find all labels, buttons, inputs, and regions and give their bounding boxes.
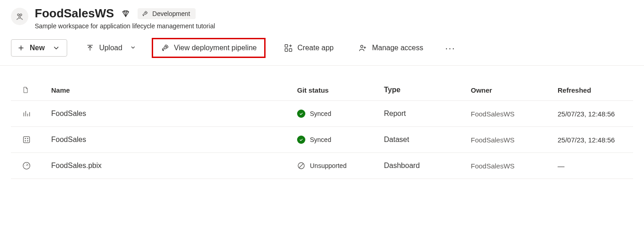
column-git-header[interactable]: Git status [297,86,384,94]
item-type: Report [384,110,471,118]
manage-access-icon [358,43,367,52]
view-deployment-pipeline-button[interactable]: View deployment pipeline [153,39,264,57]
svg-rect-6 [285,49,287,52]
create-app-icon [284,43,293,52]
workspace-header: FoodSalesWS Development Sample workspace… [0,0,644,30]
svg-point-4 [165,46,167,47]
svg-point-10 [25,138,26,139]
content-table: Name Git status Type Owner Refreshed Foo… [0,66,644,179]
chevron-down-icon [52,44,60,52]
upload-dropdown[interactable] [126,40,140,56]
manage-access-label: Manage access [372,44,423,52]
svg-point-2 [19,16,21,18]
workspace-title: FoodSalesWS [35,6,114,21]
svg-point-3 [145,12,146,13]
stage-badge[interactable]: Development [138,8,196,19]
stage-label: Development [152,10,190,17]
rocket-icon [141,10,149,17]
column-name-header[interactable]: Name [51,86,297,94]
column-owner-header[interactable]: Owner [471,86,558,94]
highlight-box: View deployment pipeline [152,38,266,58]
svg-rect-5 [285,45,287,47]
check-circle-icon [297,110,305,118]
svg-rect-9 [23,136,29,142]
upload-label: Upload [99,44,122,52]
more-button[interactable]: ··· [442,41,459,55]
dashboard-icon [22,161,31,170]
item-refreshed: 25/07/23, 12:48:56 [558,110,622,118]
upload-button[interactable]: Upload [79,39,126,57]
workspace-description: Sample workspace for application lifecyc… [35,22,215,30]
row-type-icon [22,161,51,170]
unsupported-icon [297,162,305,170]
column-type-header[interactable]: Type [384,86,471,94]
git-status: Unsupported [297,162,384,170]
item-type: Dashboard [384,162,471,170]
git-status: Synced [297,110,384,118]
upload-icon [85,43,95,52]
new-button[interactable]: New [11,39,67,57]
chevron-down-icon [130,44,136,51]
item-type: Dataset [384,136,471,144]
create-app-label: Create app [298,44,334,52]
premium-icon [121,9,130,18]
item-owner: FoodSalesWS [471,136,558,144]
file-icon [22,86,29,94]
table-row[interactable]: FoodSales.pbixUnsupportedDashboardFoodSa… [11,153,633,179]
svg-rect-7 [289,49,292,52]
rocket-icon [160,43,170,52]
svg-point-8 [361,45,363,47]
item-owner: FoodSalesWS [471,162,558,170]
table-row[interactable]: FoodSalesSyncedReportFoodSalesWS25/07/23… [11,101,633,127]
item-refreshed: 25/07/23, 12:48:56 [558,136,622,144]
item-name[interactable]: FoodSales [51,136,297,144]
item-owner: FoodSalesWS [471,110,558,118]
upload-group: Upload [79,39,140,57]
row-type-icon [22,109,51,118]
table-row[interactable]: FoodSalesSyncedDatasetFoodSalesWS25/07/2… [11,127,633,153]
svg-point-11 [27,138,28,139]
item-name[interactable]: FoodSales [51,110,297,118]
check-circle-icon [297,136,305,144]
svg-point-1 [20,14,22,16]
new-label: New [30,44,45,52]
workspace-avatar [11,8,28,25]
manage-access-button[interactable]: Manage access [352,39,430,57]
row-type-icon [22,135,51,144]
toolbar: New Upload View deployment pipeline Crea… [0,30,644,66]
svg-point-13 [27,141,28,141]
item-refreshed: — [558,162,622,170]
view-pipeline-label: View deployment pipeline [174,44,257,52]
column-refreshed-header[interactable]: Refreshed [558,86,622,94]
svg-point-0 [17,14,19,16]
plus-icon [17,44,25,52]
create-app-button[interactable]: Create app [277,39,340,57]
ellipsis-icon: ··· [445,43,456,52]
dataset-icon [22,135,31,144]
git-status: Synced [297,136,384,144]
item-name[interactable]: FoodSales.pbix [51,162,297,170]
table-header-row: Name Git status Type Owner Refreshed [11,79,633,101]
report-icon [22,109,31,118]
people-icon [15,11,25,21]
column-icon [22,86,51,94]
svg-point-12 [25,141,26,141]
